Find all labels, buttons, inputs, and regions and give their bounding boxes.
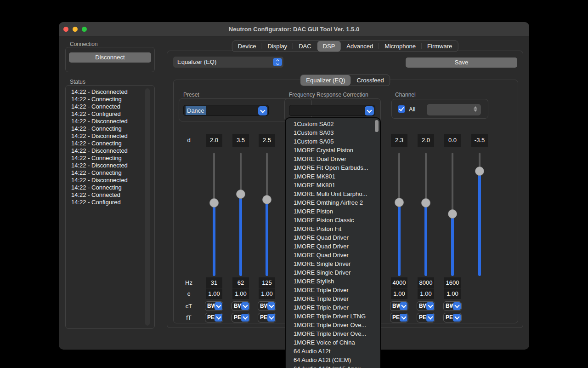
frc-option[interactable]: 1MORE Quad Driver: [286, 233, 380, 242]
frc-option[interactable]: 1MORE MK801: [286, 172, 380, 181]
frc-option[interactable]: 1MORE Quad Driver: [286, 251, 380, 259]
eq-freq-field[interactable]: 4000: [391, 277, 407, 288]
slider-thumb[interactable]: [421, 198, 430, 207]
frc-option[interactable]: 64 Audio A12t (CIEM): [286, 356, 380, 364]
eq-band-mode-select[interactable]: PE: [258, 313, 276, 322]
close-window-icon[interactable]: [63, 27, 68, 32]
preset-select[interactable]: Dance: [183, 105, 269, 116]
eq-q-field[interactable]: 1.00: [259, 288, 275, 299]
minimize-window-icon[interactable]: [73, 27, 78, 32]
eq-band-mode-select-button[interactable]: [453, 314, 461, 322]
frc-option[interactable]: 1MORE Crystal Piston: [286, 146, 380, 155]
eq-q-field[interactable]: 1.00: [444, 288, 461, 299]
eq-q-field[interactable]: 1.00: [206, 288, 222, 299]
eq-band-mode-select[interactable]: PE: [205, 313, 223, 322]
eq-gain-field[interactable]: 2.3: [391, 134, 407, 147]
tab-dac[interactable]: DAC: [293, 41, 317, 52]
subtab-equalizer-eq[interactable]: Equalizer (EQ): [300, 75, 351, 86]
slider-thumb[interactable]: [475, 167, 484, 176]
save-button[interactable]: Save: [406, 58, 517, 68]
preset-select-button[interactable]: [258, 106, 267, 115]
eq-filter-type-select[interactable]: BW: [443, 301, 462, 311]
eq-filter-type-select-button[interactable]: [215, 302, 222, 310]
eq-filter-type-select[interactable]: BW: [258, 301, 276, 311]
tab-display[interactable]: Display: [262, 41, 293, 52]
tab-firmware[interactable]: Firmware: [422, 41, 458, 52]
dsp-mode-stepper-button[interactable]: [273, 58, 282, 66]
frc-option[interactable]: 1Custom SA02: [286, 120, 380, 128]
slider-thumb[interactable]: [395, 198, 404, 207]
frc-option[interactable]: 1MORE Single Driver: [286, 268, 380, 277]
eq-band-mode-select[interactable]: PE: [232, 313, 250, 322]
eq-freq-field[interactable]: 125: [259, 277, 275, 288]
status-scrollbar[interactable]: [145, 88, 150, 326]
eq-gain-field[interactable]: -3.5: [471, 134, 488, 147]
frc-option[interactable]: 1MORE Dual Driver: [286, 155, 380, 163]
frc-option[interactable]: 1Custom SA03: [286, 128, 380, 137]
eq-band-mode-select[interactable]: PE: [443, 313, 462, 322]
eq-gain-field[interactable]: 0.0: [444, 134, 461, 147]
eq-band-mode-select[interactable]: PE: [390, 313, 408, 322]
frc-option[interactable]: 1MORE Quad Driver: [286, 242, 380, 251]
eq-filter-type-select[interactable]: BW: [417, 301, 435, 311]
slider-thumb[interactable]: [262, 195, 271, 204]
slider-thumb[interactable]: [209, 198, 219, 207]
frc-option[interactable]: 1MORE Piston Classic: [286, 216, 380, 224]
frc-dropdown-scrollbar[interactable]: [375, 120, 379, 132]
eq-freq-field[interactable]: 31: [206, 277, 222, 288]
eq-filter-type-select-button[interactable]: [400, 302, 407, 310]
eq-gain-field[interactable]: 2.0: [418, 134, 434, 147]
tab-advanced[interactable]: Advanced: [341, 41, 379, 52]
frc-option[interactable]: 1MORE Triple Driver: [286, 286, 380, 294]
frc-option[interactable]: 1MORE Piston: [286, 207, 380, 216]
frc-option[interactable]: 1MORE Omthing Airfree 2: [286, 198, 380, 207]
channel-all-checkbox[interactable]: [398, 105, 405, 113]
frc-option[interactable]: 1MORE Single Driver: [286, 259, 380, 268]
frc-option[interactable]: 1MORE Piston Fit: [286, 224, 380, 233]
eq-filter-type-select-button[interactable]: [426, 302, 434, 310]
tab-microphone[interactable]: Microphone: [379, 41, 421, 52]
frc-option[interactable]: 1MORE Voice of China: [286, 338, 380, 347]
eq-q-field[interactable]: 1.00: [391, 288, 407, 299]
subtab-crossfeed[interactable]: Crossfeed: [351, 75, 390, 86]
eq-gain-field[interactable]: 2.0: [206, 134, 222, 147]
frc-option[interactable]: 1Custom SA05: [286, 137, 380, 146]
eq-band-mode-select[interactable]: PE: [417, 313, 435, 322]
slider-thumb[interactable]: [448, 209, 457, 218]
tab-device[interactable]: Device: [232, 41, 262, 52]
eq-gain-field[interactable]: 3.5: [232, 134, 249, 147]
slider-thumb[interactable]: [236, 190, 245, 199]
tab-dsp[interactable]: DSP: [317, 41, 341, 52]
frc-option[interactable]: 1MORE Triple Driver LTNG: [286, 312, 380, 321]
eq-filter-type-select[interactable]: BW: [205, 301, 223, 311]
frc-option[interactable]: 1MORE Triple Driver: [286, 294, 380, 303]
eq-freq-field[interactable]: 8000: [418, 277, 434, 288]
eq-gain-field[interactable]: 2.5: [259, 134, 275, 147]
title-bar[interactable]: Neutron Configurator: DAC GUI Tool Ver. …: [59, 22, 529, 36]
frc-select-button[interactable]: [365, 106, 374, 115]
eq-band-mode-select-button[interactable]: [267, 314, 275, 322]
frc-option[interactable]: 1MORE Triple Driver: [286, 303, 380, 312]
eq-filter-type-select-button[interactable]: [453, 302, 461, 310]
eq-band-mode-select-button[interactable]: [400, 314, 407, 322]
frc-option[interactable]: 64 Audio A12t (m15 Apex: [286, 364, 380, 368]
frc-option[interactable]: 1MORE Stylish: [286, 277, 380, 286]
frc-option[interactable]: 1MORE MK801: [286, 181, 380, 190]
zoom-window-icon[interactable]: [82, 27, 87, 32]
eq-filter-type-select-button[interactable]: [267, 302, 275, 310]
disconnect-button[interactable]: Disconnect: [69, 52, 151, 63]
eq-q-field[interactable]: 1.00: [232, 288, 249, 299]
eq-q-field[interactable]: 1.00: [418, 288, 434, 299]
eq-band-mode-select-button[interactable]: [241, 314, 249, 322]
eq-freq-field[interactable]: 1600: [444, 277, 461, 288]
frc-option[interactable]: 1MORE Triple Driver Ove...: [286, 329, 380, 338]
frc-select[interactable]: [289, 105, 375, 116]
eq-filter-type-select[interactable]: BW: [390, 301, 408, 311]
eq-band-mode-select-button[interactable]: [215, 314, 222, 322]
eq-filter-type-select-button[interactable]: [241, 302, 249, 310]
eq-band-mode-select-button[interactable]: [426, 314, 434, 322]
frc-option[interactable]: 1MORE Multi Unit Earpho...: [286, 190, 380, 198]
eq-filter-type-select[interactable]: BW: [232, 301, 250, 311]
frc-option[interactable]: 64 Audio A12t: [286, 347, 380, 356]
frc-option[interactable]: 1MORE Triple Driver Ove...: [286, 321, 380, 329]
